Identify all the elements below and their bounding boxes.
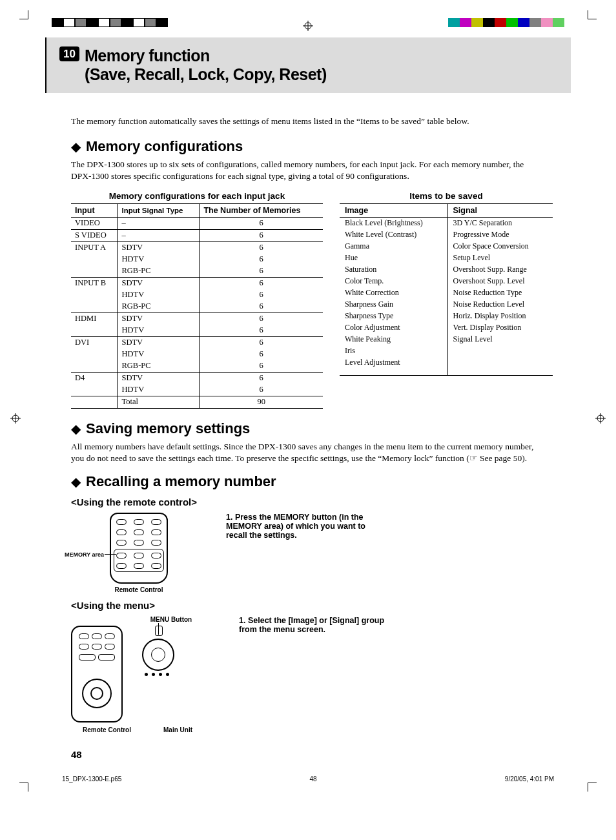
section-heading-recall: Recalling a memory number <box>86 473 276 490</box>
t1-head-num: The Number of Memories <box>200 203 323 217</box>
intro-text: The memory function automatically saves … <box>71 116 545 127</box>
table-row: HDTV6 <box>71 325 323 337</box>
registration-mark-icon <box>303 21 313 31</box>
table-row: DVISDTV6 <box>71 336 323 349</box>
table-row: RGB-PC6 <box>71 360 323 373</box>
table-row: RGB-PC6 <box>71 301 323 313</box>
remote-caption: Remote Control <box>71 586 207 593</box>
menu-button-label: MENU Button <box>123 616 220 623</box>
diamond-bullet-icon: ◆ <box>71 140 81 153</box>
subhead-menu: <Using the menu> <box>71 600 545 611</box>
table-row: Sharpness TypeHoriz. Display Position <box>340 311 553 322</box>
table-row: Sharpness GainNoise Reduction Level <box>340 299 553 311</box>
chapter-header: 10 Memory function (Save, Recall, Lock, … <box>45 37 571 93</box>
chapter-subtitle: (Save, Recall, Lock, Copy, Reset) <box>85 65 327 84</box>
table-row: GammaColor Space Conversion <box>340 241 553 252</box>
t1-head-input: Input <box>71 203 118 217</box>
section-heading-memcfg: Memory configurations <box>86 138 243 155</box>
t2-head-signal: Signal <box>447 203 553 217</box>
crop-mark <box>588 783 597 792</box>
diamond-bullet-icon: ◆ <box>71 422 81 435</box>
table-row: RGB-PC6 <box>71 265 323 278</box>
remote-control-figure: MEMORY area Remote Control <box>71 513 207 593</box>
t1-head-sigtype: Input Signal Type <box>118 203 200 217</box>
table-row: Iris <box>340 345 553 357</box>
save-body: All memory numbers have default settings… <box>71 441 545 464</box>
table-row: HDMISDTV6 <box>71 312 323 325</box>
chapter-number-badge: 10 <box>59 46 79 61</box>
table2-caption: Items to be saved <box>340 191 553 201</box>
step-menu: 1. Select the [Image] or [Signal] group … <box>239 616 394 634</box>
table-row: D4SDTV6 <box>71 372 323 384</box>
menu-figure <box>71 626 220 722</box>
items-saved-table: Image Signal Black Level (Brightness)3D … <box>340 203 553 376</box>
table-row: INPUT ASDTV6 <box>71 241 323 254</box>
table-row: Color Temp.Overshoot Supp. Level <box>340 276 553 287</box>
table-row: Level Adjustment <box>340 357 553 376</box>
remote-control-illustration <box>71 626 123 722</box>
table-row: S VIDEO–6 <box>71 229 323 241</box>
table-row: SaturationOvershoot Supp. Range <box>340 264 553 276</box>
footer-page: 48 <box>310 775 317 783</box>
crop-mark <box>19 10 28 19</box>
memcfg-body: The DPX-1300 stores up to six sets of co… <box>71 159 545 182</box>
main-unit-illustration <box>136 626 181 677</box>
menu-mainunit-caption: Main Unit <box>163 726 192 733</box>
registration-mark-icon <box>595 413 606 424</box>
color-calibration-bar <box>52 18 168 27</box>
diamond-bullet-icon: ◆ <box>71 475 81 488</box>
color-calibration-bar <box>448 18 564 27</box>
table1-caption: Memory configurations for each input jac… <box>71 191 323 201</box>
memory-config-table: Input Input Signal Type The Number of Me… <box>71 203 323 409</box>
footer-timestamp: 9/20/05, 4:01 PM <box>505 775 554 783</box>
t2-head-image: Image <box>340 203 447 217</box>
table-row: White Level (Contrast)Progressive Mode <box>340 229 553 241</box>
table-row: HDTV6 <box>71 289 323 301</box>
table-total-row: Total90 <box>71 396 323 408</box>
print-footer: 15_DPX-1300-E.p65 48 9/20/05, 4:01 PM <box>32 775 584 783</box>
section-heading-save: Saving memory settings <box>86 420 250 437</box>
table-row: Black Level (Brightness)3D Y/C Separatio… <box>340 217 553 229</box>
table-row: White PeakingSignal Level <box>340 334 553 345</box>
table-row: VIDEO–6 <box>71 217 323 229</box>
table-row: White CorrectionNoise Reduction Type <box>340 287 553 299</box>
footer-filename: 15_DPX-1300-E.p65 <box>62 775 121 783</box>
table-row: HDTV6 <box>71 384 323 396</box>
memory-area-label: MEMORY area <box>65 551 104 558</box>
crop-mark <box>588 10 597 19</box>
page-number: 48 <box>71 749 545 760</box>
table-row: HDTV6 <box>71 349 323 360</box>
subhead-remote: <Using the remote control> <box>71 497 545 507</box>
step-remote: 1. Press the MEMORY button (in the MEMOR… <box>226 513 381 540</box>
menu-remote-caption: Remote Control <box>83 726 131 733</box>
table-row: HDTV6 <box>71 254 323 265</box>
registration-mark-icon <box>10 413 21 424</box>
chapter-title: Memory function <box>85 46 327 65</box>
table-row: HueSetup Level <box>340 252 553 264</box>
crop-mark <box>19 783 28 792</box>
table-row: Color AdjustmentVert. Display Position <box>340 322 553 334</box>
table-row: INPUT BSDTV6 <box>71 277 323 289</box>
